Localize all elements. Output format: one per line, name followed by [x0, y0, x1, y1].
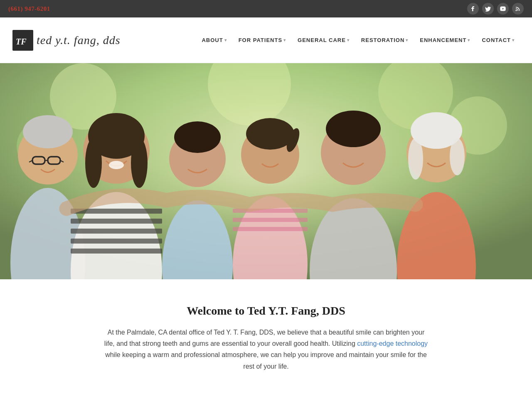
- hero-image: [0, 63, 532, 279]
- chevron-down-icon: ▾: [406, 38, 408, 42]
- chevron-down-icon: ▾: [224, 38, 227, 42]
- site-header: TF ted y.t. fang, dds ABOUT ▾ FOR PATIEN…: [0, 17, 532, 63]
- chevron-down-icon: ▾: [468, 38, 470, 42]
- chevron-down-icon: ▾: [512, 38, 515, 42]
- welcome-title: Welcome to Ted Y.T. Fang, DDS: [104, 304, 428, 318]
- social-icons-group: [467, 3, 524, 15]
- chevron-down-icon: ▾: [283, 38, 286, 42]
- svg-point-0: [516, 10, 517, 11]
- facebook-icon[interactable]: [467, 3, 479, 15]
- nav-general-care[interactable]: GENERAL CARE ▾: [293, 34, 355, 47]
- nav-about[interactable]: ABOUT ▾: [197, 34, 232, 47]
- nav-contact[interactable]: CONTACT ▾: [477, 34, 520, 47]
- svg-text:TF: TF: [16, 37, 27, 46]
- nav-enhancement[interactable]: ENHANCEMENT ▾: [415, 34, 475, 47]
- welcome-body: At the Palmdale, CA dental office of Ted…: [104, 327, 428, 372]
- logo-text: ted y.t. fang, dds: [37, 34, 121, 47]
- phone-number[interactable]: (661) 947-6201: [8, 5, 50, 12]
- logo-icon: TF: [12, 30, 33, 51]
- welcome-text-after-link: while keeping a warm and professional at…: [105, 351, 427, 369]
- nav-restoration[interactable]: RESTORATION ▾: [356, 34, 413, 47]
- cutting-edge-technology-link[interactable]: cutting-edge technology: [357, 340, 428, 347]
- twitter-icon[interactable]: [482, 3, 494, 15]
- youtube-icon[interactable]: [497, 3, 509, 15]
- svg-rect-47: [0, 63, 532, 279]
- top-bar: (661) 947-6201: [0, 0, 532, 17]
- welcome-section: Welcome to Ted Y.T. Fang, DDS At the Pal…: [96, 279, 436, 389]
- rss-icon[interactable]: [512, 3, 524, 15]
- main-nav: ABOUT ▾ FOR PATIENTS ▾ GENERAL CARE ▾ RE…: [197, 34, 520, 47]
- nav-for-patients[interactable]: FOR PATIENTS ▾: [234, 34, 291, 47]
- logo[interactable]: TF ted y.t. fang, dds: [12, 30, 121, 51]
- chevron-down-icon: ▾: [347, 38, 350, 42]
